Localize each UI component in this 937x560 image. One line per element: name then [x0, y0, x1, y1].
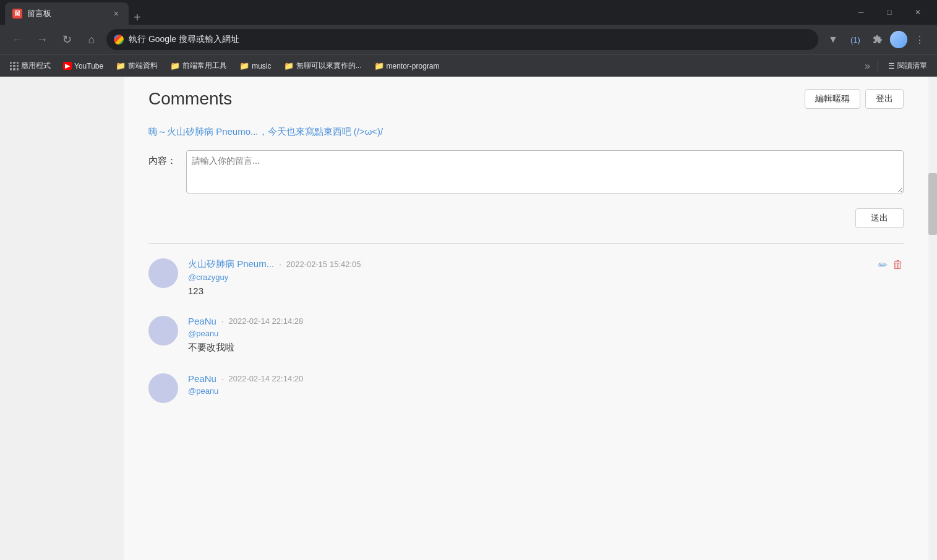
reading-list-button[interactable]: ☰ 閱讀清單	[883, 58, 932, 74]
comment-author: PeaNu	[188, 316, 216, 326]
form-label: 內容：	[148, 150, 176, 167]
edit-comment-button[interactable]: ✏	[878, 258, 888, 272]
folder-icon-4: 📁	[284, 61, 294, 70]
welcome-message: 嗨～火山矽肺病 Pneumo...，今天也來寫點東西吧 (/>ω<)/	[148, 126, 904, 138]
submit-button[interactable]: 送出	[855, 208, 904, 228]
tab-title: 留言板	[27, 8, 106, 19]
bookmark-youtube[interactable]: ▶ YouTube	[58, 59, 108, 73]
bookmark-apps[interactable]: 應用程式	[5, 58, 56, 74]
tab-close-button[interactable]: ×	[111, 7, 121, 20]
comment-header: 火山矽肺病 Pneum... · 2022-02-15 15:42:05	[188, 258, 904, 270]
mentor-label: mentor-program	[387, 62, 440, 70]
back-button[interactable]: ←	[7, 30, 27, 49]
bookmark-mentor[interactable]: 📁 mentor-program	[369, 59, 445, 73]
bookmarks-divider	[878, 60, 878, 72]
comment-handle: @crazyguy	[188, 273, 904, 282]
bookmark-projects[interactable]: 📁 無聊可以來實作的...	[279, 58, 367, 74]
comment-header: PeaNu · 2022-02-14 22:14:20	[188, 373, 904, 384]
main-content: Comments 編輯暱稱 登出 嗨～火山矽肺病 Pneumo...，今天也來寫…	[124, 77, 928, 560]
youtube-label: YouTube	[74, 62, 103, 70]
title-bar: 留 留言板 × + ─ □ ✕	[0, 0, 937, 25]
navigation-bar: ← → ↻ ⌂ 執行 Google 搜尋或輸入網址 ▼ (1)	[0, 25, 937, 54]
delete-comment-button[interactable]: 🗑	[892, 258, 904, 272]
tab-bar: 留 留言板 × +	[5, 0, 842, 25]
comment-separator: ·	[279, 260, 281, 269]
bookmarks-more-button[interactable]: »	[862, 58, 873, 74]
bookmarks-bar: 應用程式 ▶ YouTube 📁 前端資料 📁 前端常用工具 📁 music 📁…	[0, 54, 937, 77]
comment-separator: ·	[221, 316, 224, 326]
address-bar[interactable]: 執行 Google 搜尋或輸入網址	[106, 29, 818, 50]
reading-list-icon: ☰	[888, 62, 895, 70]
comment-handle: @peanu	[188, 329, 904, 338]
comment-date: 2022-02-15 15:42:05	[286, 260, 361, 269]
comment-avatar	[148, 373, 178, 403]
submit-row: 送出	[148, 208, 904, 228]
comment-item: 火山矽肺病 Pneum... · 2022-02-15 15:42:05 @cr…	[148, 258, 904, 296]
edit-draft-button[interactable]: 編輯暱稱	[805, 89, 860, 109]
section-divider	[148, 243, 904, 244]
logout-button[interactable]: 登出	[865, 89, 904, 109]
comment-header: PeaNu · 2022-02-14 22:14:28	[188, 316, 904, 326]
active-tab[interactable]: 留 留言板 ×	[5, 2, 129, 25]
action-buttons: 編輯暱稱 登出	[805, 89, 904, 109]
address-text: 執行 Google 搜尋或輸入網址	[129, 34, 811, 45]
page-scrollbar[interactable]	[928, 77, 937, 560]
comment-separator: ·	[221, 374, 224, 383]
comment-textarea[interactable]	[186, 150, 904, 193]
tab-favicon: 留	[12, 9, 22, 19]
apps-label: 應用程式	[21, 61, 51, 71]
extensions-button[interactable]	[868, 30, 888, 49]
folder-icon-2: 📁	[170, 61, 180, 70]
comment-author: 火山矽肺病 Pneum...	[188, 258, 274, 270]
comment-handle: @peanu	[188, 386, 904, 396]
window-controls: ─ □ ✕	[847, 2, 932, 22]
nav-dropdown-button[interactable]: ▼	[823, 30, 843, 49]
comment-text: 不要改我啦	[188, 342, 904, 354]
comment-avatar	[148, 258, 178, 288]
nav-right-controls: ▼ (1) ⋮	[823, 30, 930, 49]
comment-form: 內容：	[148, 150, 904, 193]
maximize-button[interactable]: □	[875, 2, 904, 22]
reload-button[interactable]: ↻	[57, 30, 77, 49]
bookmark-music[interactable]: 📁 music	[234, 59, 276, 73]
projects-label: 無聊可以來實作的...	[296, 61, 362, 71]
new-tab-button[interactable]: +	[129, 11, 146, 25]
music-label: music	[252, 62, 271, 70]
page-title: Comments	[148, 89, 232, 109]
reading-list-label: 閱讀清單	[897, 61, 927, 71]
frontend-tools-label: 前端常用工具	[182, 61, 227, 71]
bookmark-frontend-data[interactable]: 📁 前端資料	[111, 58, 163, 74]
profile-image	[890, 31, 907, 48]
comment-date: 2022-02-14 22:14:28	[229, 316, 304, 326]
folder-icon-1: 📁	[116, 61, 126, 70]
folder-icon-3: 📁	[239, 61, 249, 70]
sidebar	[0, 77, 124, 560]
folder-icon-5: 📁	[374, 61, 384, 70]
frontend-data-label: 前端資料	[128, 61, 158, 71]
scroll-thumb[interactable]	[928, 173, 937, 235]
comment-text: 123	[188, 286, 904, 296]
profile-button[interactable]	[890, 31, 907, 48]
minimize-button[interactable]: ─	[847, 2, 875, 22]
comment-date: 2022-02-14 22:14:20	[229, 374, 304, 383]
comment-item: PeaNu · 2022-02-14 22:14:28 @peanu 不要改我啦	[148, 316, 904, 354]
youtube-icon: ▶	[63, 62, 72, 70]
comment-avatar	[148, 316, 178, 346]
apps-grid-icon	[10, 62, 19, 70]
comment-body: PeaNu · 2022-02-14 22:14:20 @peanu	[188, 373, 904, 403]
chrome-menu-button[interactable]: ⋮	[910, 30, 930, 49]
comment-actions: ✏ 🗑	[878, 258, 904, 272]
nav-counter-button[interactable]: (1)	[845, 30, 865, 49]
bookmark-frontend-tools[interactable]: 📁 前端常用工具	[165, 58, 232, 74]
home-button[interactable]: ⌂	[82, 30, 101, 49]
close-button[interactable]: ✕	[904, 2, 932, 22]
google-favicon	[114, 35, 124, 45]
comment-body: PeaNu · 2022-02-14 22:14:28 @peanu 不要改我啦	[188, 316, 904, 354]
forward-button[interactable]: →	[32, 30, 52, 49]
comment-body: 火山矽肺病 Pneum... · 2022-02-15 15:42:05 @cr…	[188, 258, 904, 296]
comment-item: PeaNu · 2022-02-14 22:14:20 @peanu	[148, 373, 904, 403]
comment-author: PeaNu	[188, 373, 216, 384]
browser-window: 留 留言板 × + ─ □ ✕ ← → ↻	[0, 0, 937, 560]
page-area: Comments 編輯暱稱 登出 嗨～火山矽肺病 Pneumo...，今天也來寫…	[0, 77, 937, 560]
